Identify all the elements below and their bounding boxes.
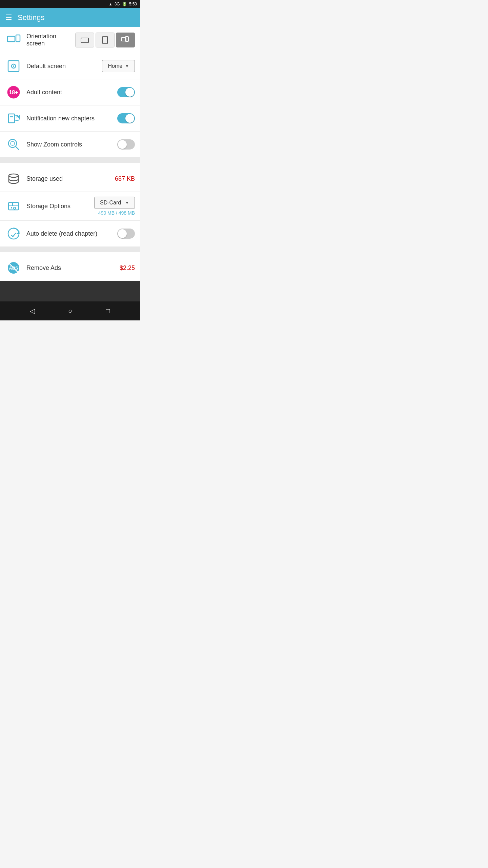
- orientation-icon: [5, 32, 22, 48]
- svg-point-27: [14, 207, 16, 209]
- default-screen-icon: [5, 58, 22, 74]
- remove-ads-icon: ABS: [5, 260, 22, 276]
- storage-icon: [5, 171, 22, 187]
- section-divider-1: [0, 158, 140, 163]
- page-title: Settings: [18, 13, 45, 22]
- storage-used-item: Storage used 687 KB: [0, 166, 140, 192]
- zoom-controls-item: Show Zoom controls: [0, 132, 140, 158]
- notification-chapters-item: Notification new chapters: [0, 105, 140, 132]
- orientation-screen-item: Orientation screen: [0, 27, 140, 53]
- svg-rect-1: [16, 35, 20, 42]
- default-screen-dropdown[interactable]: Home: [102, 60, 135, 72]
- svg-point-23: [9, 174, 18, 177]
- status-bar: ▲ 3G 🔋 5:50: [0, 0, 140, 8]
- notification-chapters-toggle[interactable]: [117, 113, 135, 123]
- remove-ads-item[interactable]: ABS Remove Ads $2.25: [0, 255, 140, 281]
- svg-rect-3: [81, 38, 88, 43]
- settings-list: Orientation screen Defaul: [0, 27, 140, 281]
- orientation-buttons: [75, 33, 135, 47]
- zoom-icon: [5, 136, 22, 153]
- default-screen-item: Default screen Home: [0, 53, 140, 79]
- storage-options-controls: SD-Card 490 MB / 498 MB: [81, 197, 135, 216]
- default-screen-label: Default screen: [26, 63, 102, 70]
- storage-sub-value: 490 MB / 498 MB: [98, 210, 135, 216]
- zoom-controls-toggle[interactable]: [117, 139, 135, 150]
- time-display: 5:50: [129, 2, 137, 6]
- back-button[interactable]: ◁: [26, 305, 39, 317]
- section-divider-2: [0, 247, 140, 252]
- svg-rect-4: [103, 36, 107, 44]
- notification-icon: [5, 110, 22, 126]
- storage-options-label: Storage Options: [26, 203, 81, 210]
- svg-point-9: [13, 65, 14, 67]
- home-button[interactable]: ○: [64, 305, 76, 317]
- auto-delete-icon: [5, 225, 22, 242]
- auto-delete-toggle[interactable]: [117, 229, 135, 239]
- orientation-screen-label: Orientation screen: [26, 33, 75, 47]
- auto-delete-item: Auto delete (read chapter): [0, 221, 140, 247]
- portrait-btn[interactable]: [96, 33, 115, 47]
- adult-content-label: Adult content: [26, 89, 117, 96]
- storage-options-item: Storage Options SD-Card 490 MB / 498 MB: [0, 192, 140, 221]
- landscape-btn[interactable]: [75, 33, 94, 47]
- notification-chapters-label: Notification new chapters: [26, 115, 117, 122]
- nav-bar: ◁ ○ □: [0, 301, 140, 320]
- storage-used-value: 687 KB: [115, 175, 135, 182]
- adult-content-item: 18+ Adult content: [0, 79, 140, 105]
- storage-used-label: Storage used: [26, 175, 115, 182]
- remove-ads-price: $2.25: [120, 264, 135, 272]
- svg-point-22: [11, 141, 15, 145]
- svg-text:18+: 18+: [9, 90, 18, 95]
- storage-options-icon: [5, 198, 22, 214]
- auto-delete-label: Auto delete (read chapter): [26, 230, 117, 237]
- network-type: 3G: [115, 2, 120, 6]
- auto-orient-btn[interactable]: [116, 33, 135, 47]
- storage-options-dropdown[interactable]: SD-Card: [94, 197, 135, 209]
- menu-icon[interactable]: ☰: [5, 13, 12, 22]
- recents-button[interactable]: □: [102, 305, 114, 317]
- bottom-spacer: [0, 281, 140, 301]
- zoom-controls-label: Show Zoom controls: [26, 141, 117, 148]
- remove-ads-label: Remove Ads: [26, 264, 120, 272]
- battery-icon: 🔋: [122, 2, 127, 6]
- adult-content-toggle[interactable]: [117, 87, 135, 97]
- adult-content-icon: 18+: [5, 84, 22, 100]
- network-icon: ▲: [109, 2, 113, 6]
- svg-line-21: [16, 146, 19, 150]
- app-header: ☰ Settings: [0, 8, 140, 27]
